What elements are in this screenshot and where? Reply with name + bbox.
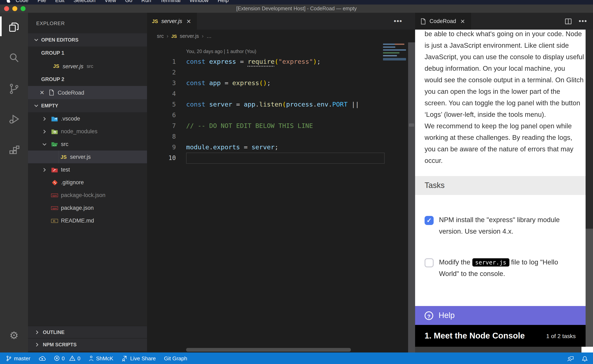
explorer-activity-button[interactable] — [0, 16, 28, 38]
task-item-1: ✓ NPM install the "express" library modu… — [425, 214, 560, 237]
chevron-down-icon — [33, 102, 40, 109]
task-checkbox-checked[interactable]: ✓ — [425, 216, 434, 225]
open-editors-group-label[interactable]: GROUP 1 — [28, 46, 147, 60]
chevron-right-icon: › — [202, 33, 204, 39]
menu-file[interactable]: File — [33, 0, 51, 3]
status-bar: master 0 0 — [0, 352, 593, 364]
menu-code[interactable]: Code — [11, 0, 33, 3]
publish-changes-button[interactable] — [39, 355, 46, 361]
menu-view[interactable]: View — [100, 0, 121, 3]
code-line-8[interactable]: 8 — [147, 131, 408, 142]
md-icon: M↓ — [51, 217, 58, 224]
activity-bar: ⚙ — [0, 13, 28, 352]
manage-gear-button[interactable]: ⚙ — [0, 325, 28, 346]
webview-scrollbar-thumb[interactable] — [586, 30, 593, 229]
search-icon — [8, 52, 20, 64]
paragraph-line: would see the console output in a termin… — [425, 74, 586, 85]
open-editor-item-server.js[interactable]: JSserver.jssrc — [28, 60, 147, 73]
apple-menu-icon[interactable] — [6, 0, 11, 3]
tree-item--gitignore[interactable]: .gitignore — [28, 176, 147, 189]
menu-help[interactable]: Help — [213, 0, 233, 3]
inline-code-chip: server.js — [472, 258, 509, 266]
menu-go[interactable]: Go — [121, 0, 137, 3]
menu-run[interactable]: Run — [137, 0, 156, 3]
close-icon[interactable]: ✕ — [39, 89, 45, 96]
task-checkbox-unchecked[interactable] — [425, 258, 434, 267]
outline-section-header[interactable]: OUTLINE — [28, 326, 147, 338]
code-line-2[interactable]: 2 — [147, 67, 408, 78]
open-editor-item-coderoad[interactable]: ✕CodeRoad — [28, 86, 147, 99]
minimap[interactable] — [383, 44, 407, 81]
warning-icon — [69, 355, 75, 361]
codelens-blame[interactable]: You, 20 days ago | 1 author (You) — [186, 46, 408, 56]
breadcrumb-file[interactable]: server.js — [180, 33, 199, 39]
npm-scripts-section-header[interactable]: NPM SCRIPTS — [28, 338, 147, 351]
editor-vertical-scrollbar[interactable] — [408, 42, 415, 352]
breadcrumb-src[interactable]: src — [157, 33, 164, 39]
problems-status[interactable]: 0 0 — [54, 355, 80, 361]
group-divider-top — [408, 13, 415, 30]
git-graph-button[interactable]: Git Graph — [164, 355, 187, 361]
svg-text:npm: npm — [52, 194, 57, 197]
branch-icon — [6, 355, 12, 361]
tree-item-server-js[interactable]: JSserver.js — [28, 150, 147, 163]
search-activity-button[interactable] — [0, 47, 28, 69]
run-debug-activity-button[interactable] — [0, 109, 28, 130]
workspace-section-header[interactable]: EMPTY — [28, 99, 147, 112]
menubar-status-icons: ▢ ◍ ◎ ➤ ▲ ⋮ ❨❩ ▤ Sat 6:43 PM ⌕ ◐ ≡ — [487, 0, 589, 0]
paragraph-line: you can open the logs in the lower part … — [425, 85, 586, 97]
menu-selection[interactable]: Selection — [69, 0, 100, 3]
tab-coderoad[interactable]: CodeRoad ✕ — [415, 13, 471, 30]
extensions-activity-button[interactable] — [0, 140, 28, 161]
tree-item-node-modules[interactable]: jsnode_modules — [28, 125, 147, 138]
menu-window[interactable]: Window — [185, 0, 213, 3]
breadcrumb-symbol[interactable]: … — [207, 33, 212, 39]
close-tab-icon[interactable]: ✕ — [185, 18, 192, 25]
tree-item-package-json[interactable]: npmpackage.json — [28, 202, 147, 214]
tree-item-readme-md[interactable]: M↓README.md — [28, 214, 147, 227]
code-editor[interactable]: You, 20 days ago | 1 author (You) 1const… — [147, 42, 408, 352]
tab-server-js[interactable]: JS server.js ✕ — [147, 13, 197, 30]
tree-item--vscode[interactable]: .vscode — [28, 112, 147, 125]
lesson-footer[interactable]: 1. Meet the Node Console 1 of 2 tasks — [415, 325, 593, 347]
chevron-right-icon: › — [167, 33, 168, 39]
live-share-account[interactable]: ShMcK — [88, 355, 113, 361]
tree-item-src[interactable]: </>src — [28, 138, 147, 150]
tree-item-test[interactable]: test — [28, 163, 147, 176]
source-control-activity-button[interactable] — [0, 78, 28, 99]
menu-edit[interactable]: Edit — [51, 0, 69, 3]
live-share-icon — [121, 355, 128, 362]
code-line-3[interactable]: 3const app = express(); — [147, 78, 408, 88]
person-icon — [88, 355, 94, 361]
code-line-7[interactable]: 7// -- DO NOT EDIT BELOW THIS LINE — [147, 121, 408, 131]
lesson-progress: 1 of 2 tasks — [546, 332, 576, 339]
live-share-button[interactable]: Live Share — [121, 355, 156, 362]
code-line-5[interactable]: 5const server = app.listen(process.env.P… — [147, 99, 408, 110]
panel-actions-more-icon[interactable]: ••• — [579, 17, 587, 25]
code-line-9[interactable]: 9module.exports = server; — [147, 142, 408, 153]
menu-items: CodeFileEditSelectionViewGoRunTerminalWi… — [11, 0, 233, 3]
code-line-1[interactable]: 1const express = require("express"); — [147, 56, 408, 67]
explorer-sidebar: EXPLORER OPEN EDITORS GROUP 1JSserver.js… — [28, 13, 147, 352]
tasks-section-header: Tasks — [415, 176, 593, 195]
coderoad-webview: be able to check what's going on in your… — [415, 30, 593, 352]
menu-terminal[interactable]: Terminal — [156, 0, 185, 3]
horizontal-scrollbar[interactable] — [186, 348, 351, 352]
git-branch-status[interactable]: master — [6, 355, 30, 361]
webview-scrollbar-track[interactable] — [586, 30, 593, 347]
bell-icon[interactable] — [581, 355, 588, 362]
help-section[interactable]: ? Help — [415, 306, 593, 325]
scrollbar-thumb[interactable] — [409, 124, 414, 127]
tree-item-package-lock-json[interactable]: npmpackage-lock.json — [28, 189, 147, 202]
code-line-4[interactable]: 4 — [147, 88, 408, 99]
paragraph-line: We recommend to keep the log panel open … — [425, 120, 586, 132]
feedback-icon[interactable] — [567, 355, 574, 362]
code-line-6[interactable]: 6 — [147, 110, 408, 121]
close-tab-icon[interactable]: ✕ — [459, 18, 466, 25]
chevron-right-icon — [41, 166, 48, 173]
task-item-2: Modify the server.js file to log "HelloW… — [425, 256, 558, 279]
split-editor-icon[interactable] — [565, 18, 572, 25]
editor-actions-more-icon[interactable]: ••• — [394, 17, 402, 25]
open-editors-section-header[interactable]: OPEN EDITORS — [28, 33, 147, 46]
open-editors-group-label[interactable]: GROUP 2 — [28, 73, 147, 86]
